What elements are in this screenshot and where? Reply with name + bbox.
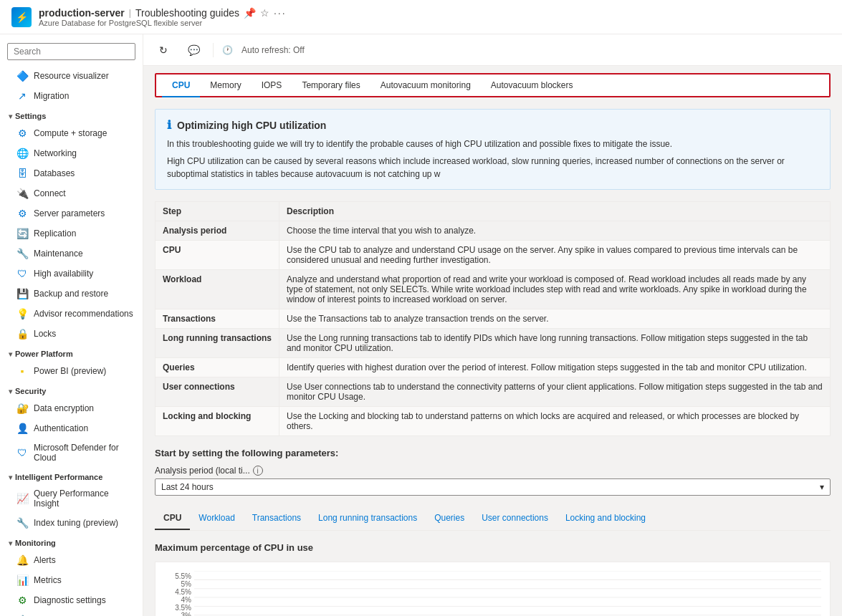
sidebar-item-data-encryption[interactable]: 🔐 Data encryption <box>0 398 143 418</box>
sidebar-item-label: Connect <box>34 188 66 198</box>
sidebar-item-resource-visualizer[interactable]: 🔷 Resource visualizer <box>0 66 143 86</box>
table-row: WorkloadAnalyze and understand what prop… <box>156 270 831 309</box>
table-row: Locking and blockingUse the Locking and … <box>156 407 831 436</box>
sidebar-item-label: Maintenance <box>34 249 83 259</box>
sidebar-item-compute-storage[interactable]: ⚙ Compute + storage <box>0 123 143 143</box>
feedback-icon: 💬 <box>188 44 200 56</box>
sidebar-item-backup-restore[interactable]: 💾 Backup and restore <box>0 284 143 304</box>
steps-table: Step Description Analysis periodChoose t… <box>155 201 831 436</box>
table-row: TransactionsUse the Transactions tab to … <box>156 309 831 329</box>
star-icon[interactable]: ☆ <box>260 7 269 19</box>
step-cell: Analysis period <box>156 221 279 241</box>
security-group-header[interactable]: ▾ Security <box>0 381 143 398</box>
info-circle-icon[interactable]: i <box>253 466 263 476</box>
analysis-tab-transactions[interactable]: Transactions <box>244 507 310 530</box>
resource-visualizer-icon: 🔷 <box>16 70 28 82</box>
desc-cell: Identify queries with highest duration o… <box>279 358 831 377</box>
sidebar-item-replication[interactable]: 🔄 Replication <box>0 223 143 244</box>
sidebar-item-diagnostic-settings[interactable]: ⚙ Diagnostic settings <box>0 590 143 610</box>
pin-icon[interactable]: 📌 <box>244 7 256 19</box>
sidebar-item-locks[interactable]: 🔒 Locks <box>0 324 143 344</box>
sidebar-item-logs[interactable]: 📋 Logs <box>0 610 143 616</box>
sidebar-item-label: Diagnostic settings <box>34 595 106 605</box>
settings-group-header[interactable]: ▾ Settings <box>0 106 143 123</box>
sidebar-item-label: High availability <box>34 269 93 279</box>
sidebar-item-connect[interactable]: 🔌 Connect <box>0 183 143 203</box>
sidebar-item-maintenance[interactable]: 🔧 Maintenance <box>0 244 143 264</box>
param-label: Analysis period (local ti... i <box>155 466 831 476</box>
sidebar-item-defender[interactable]: 🛡 Microsoft Defender for Cloud <box>0 438 143 467</box>
intelligent-perf-group-header[interactable]: ▾ Intelligent Performance <box>0 467 143 484</box>
table-row: CPUUse the CPU tab to analyze and unders… <box>156 241 831 270</box>
params-title: Start by setting the following parameter… <box>155 448 831 458</box>
analysis-tab-long-running[interactable]: Long running transactions <box>310 507 426 530</box>
step-cell: Workload <box>156 270 279 309</box>
sidebar-item-advisor[interactable]: 💡 Advisor recommendations <box>0 304 143 324</box>
sidebar-item-label: Server parameters <box>34 208 105 218</box>
analysis-tab-workload[interactable]: Workload <box>190 507 243 530</box>
info-text-1: In this troubleshooting guide we will tr… <box>167 138 818 150</box>
chevron-icon: ▾ <box>9 350 12 358</box>
analysis-tab-user-connections[interactable]: User connections <box>473 507 557 530</box>
topbar-title: production-server <box>39 7 125 19</box>
more-icon[interactable]: ··· <box>274 7 287 19</box>
query-insight-icon: 📈 <box>16 493 28 504</box>
analysis-tabs: CPU Workload Transactions Long running t… <box>155 507 831 531</box>
sidebar-item-power-bi[interactable]: ▪ Power BI (preview) <box>0 361 143 381</box>
migration-icon: ↗ <box>16 90 28 102</box>
advisor-icon: 💡 <box>16 308 28 319</box>
step-cell: CPU <box>156 241 279 270</box>
sidebar-item-metrics[interactable]: 📊 Metrics <box>0 570 143 590</box>
sidebar-item-label: Advisor recommendations <box>34 309 133 319</box>
search-container <box>0 37 143 66</box>
tab-iops[interactable]: IOPS <box>252 74 292 97</box>
replication-icon: 🔄 <box>16 228 28 239</box>
sidebar-item-networking[interactable]: 🌐 Networking <box>0 143 143 163</box>
step-cell: Transactions <box>156 309 279 329</box>
sidebar-item-label: Migration <box>34 91 69 101</box>
tab-autovacuum-monitoring[interactable]: Autovacuum monitoring <box>370 74 481 97</box>
sidebar-item-authentication[interactable]: 👤 Authentication <box>0 418 143 438</box>
toolbar-separator <box>213 43 214 57</box>
content-area: ↻ 💬 🕐 Auto refresh: Off CPU Memory IOPS … <box>143 34 842 616</box>
tab-temp-files[interactable]: Temporary files <box>292 74 370 97</box>
chevron-icon: ▾ <box>9 539 12 547</box>
step-cell: Queries <box>156 358 279 377</box>
sidebar-item-high-availability[interactable]: 🛡 High availability <box>0 264 143 284</box>
sidebar-item-label: Networking <box>34 148 77 158</box>
defender-icon: 🛡 <box>16 447 28 458</box>
sidebar-item-label: Backup and restore <box>34 289 108 299</box>
sidebar-item-databases[interactable]: 🗄 Databases <box>0 163 143 183</box>
analysis-tab-queries[interactable]: Queries <box>426 507 473 530</box>
analysis-period-select[interactable]: Last 24 hours ▾ <box>155 478 831 496</box>
analysis-tab-locking[interactable]: Locking and blocking <box>557 507 654 530</box>
analysis-tab-cpu[interactable]: CPU <box>155 507 190 530</box>
networking-icon: 🌐 <box>16 148 28 159</box>
tab-cpu[interactable]: CPU <box>162 74 200 97</box>
topbar: ⚡ production-server | Troubleshooting gu… <box>0 0 842 34</box>
refresh-button[interactable]: ↻ <box>155 42 175 59</box>
ha-icon: 🛡 <box>16 268 28 279</box>
step-cell: Locking and blocking <box>156 407 279 436</box>
tab-memory[interactable]: Memory <box>200 74 251 97</box>
params-section: Start by setting the following parameter… <box>155 448 831 496</box>
compute-icon: ⚙ <box>16 127 28 139</box>
feedback-button[interactable]: 💬 <box>183 42 204 59</box>
sidebar-item-query-insight[interactable]: 📈 Query Performance Insight <box>0 484 143 513</box>
sidebar-item-server-parameters[interactable]: ⚙ Server parameters <box>0 203 143 223</box>
sidebar-item-migration[interactable]: ↗ Migration <box>0 86 143 106</box>
sidebar-item-alerts[interactable]: 🔔 Alerts <box>0 550 143 570</box>
table-row: QueriesIdentify queries with highest dur… <box>156 358 831 377</box>
sidebar-item-index-tuning[interactable]: 🔧 Index tuning (preview) <box>0 513 143 533</box>
search-input[interactable] <box>7 43 135 60</box>
power-platform-group-header[interactable]: ▾ Power Platform <box>0 344 143 361</box>
monitoring-group-header[interactable]: ▾ Monitoring <box>0 533 143 550</box>
maintenance-icon: 🔧 <box>16 248 28 259</box>
tab-autovacuum-blockers[interactable]: Autovacuum blockers <box>481 74 583 97</box>
info-icon: ℹ <box>167 118 171 132</box>
desc-cell: Use the Long running transactions tab to… <box>279 329 831 358</box>
sidebar-item-label: Alerts <box>34 555 56 565</box>
chevron-icon: ▾ <box>9 112 12 120</box>
sidebar-item-label: Data encryption <box>34 403 94 413</box>
sidebar: 🔷 Resource visualizer ↗ Migration ▾ Sett… <box>0 34 143 616</box>
